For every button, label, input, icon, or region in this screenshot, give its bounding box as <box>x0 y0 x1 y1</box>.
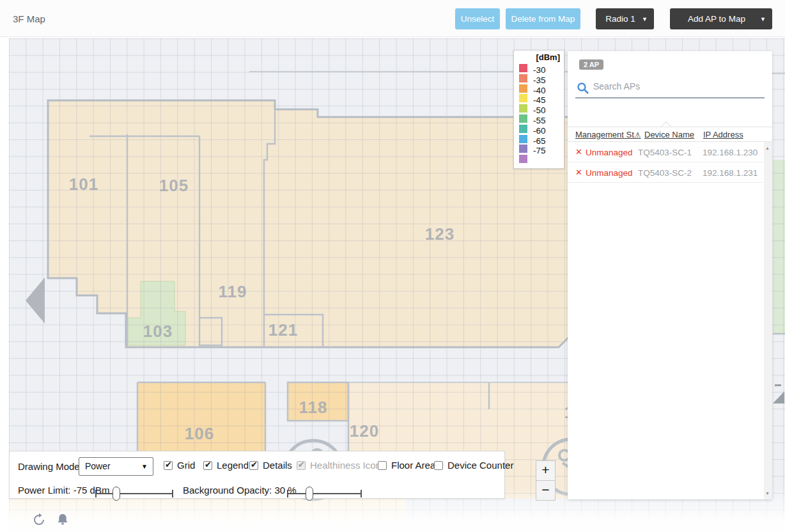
zoom-out-button[interactable]: − <box>536 480 556 501</box>
map-pan-left-arrow[interactable] <box>26 278 45 324</box>
delete-from-map-button[interactable]: Delete from Map <box>506 8 580 29</box>
legend-title: [dBm] <box>519 52 560 62</box>
panel-scrollbar[interactable]: ▲ ▼ <box>764 142 772 499</box>
unselect-button[interactable]: Unselect <box>455 8 500 29</box>
slider-end-tick <box>95 490 97 497</box>
legend-row: -35 <box>519 74 560 84</box>
legend-swatch <box>519 64 527 72</box>
checkbox-label: Grid <box>177 460 195 471</box>
chevron-down-icon: ▼ <box>642 16 648 22</box>
checkbox-label: Device Counter <box>447 460 513 471</box>
ap-table-row[interactable]: ✕ Unmanaged TQ5403-SC-2 192.168.1.231 <box>568 162 763 183</box>
legend-row: -45 <box>519 93 560 104</box>
slider-end-tick <box>361 490 362 497</box>
page-title: 3F Map <box>13 13 45 24</box>
sort-asc-icon: ∧ <box>635 130 640 137</box>
status-badge: Unmanaged <box>586 168 633 178</box>
checkbox-box <box>378 461 387 470</box>
ap-table-row[interactable]: ✕ Unmanaged TQ5403-SC-1 192.168.1.230 <box>568 142 763 162</box>
ap-table-header: Management St... ∧ Device Name IP Addres… <box>568 127 772 142</box>
footer-icons <box>0 510 128 532</box>
column-ip-address[interactable]: IP Address <box>703 130 743 139</box>
legend-row: -65 <box>519 134 560 145</box>
add-ap-to-map-dropdown-button[interactable]: Add AP to Map ▼ <box>670 8 772 29</box>
legend-row <box>519 154 560 164</box>
bell-icon[interactable] <box>56 513 69 527</box>
background-opacity-slider[interactable] <box>287 490 362 497</box>
background-opacity-label: Background Opacity: 30 % <box>183 485 297 496</box>
slider-thumb[interactable] <box>306 487 313 501</box>
ap-count-badge: 2 AP <box>579 59 603 70</box>
legend-swatch <box>519 104 527 113</box>
scroll-up-icon[interactable]: ▲ <box>765 146 770 150</box>
ip-address-cell: 192.168.1.231 <box>703 168 758 178</box>
status-badge: Unmanaged <box>586 148 633 157</box>
power-limit-slider[interactable] <box>95 490 173 497</box>
top-toolbar: 3F Map Unselect Delete from Map Radio 1 … <box>0 0 785 37</box>
room-label: 119 <box>219 282 247 302</box>
legend-row: -55 <box>519 114 560 124</box>
room-label: 101 <box>69 175 98 194</box>
scroll-down-icon[interactable]: ▼ <box>765 491 770 496</box>
unmanaged-x-icon: ✕ <box>575 168 582 177</box>
chevron-down-icon: ▼ <box>760 16 766 22</box>
ap-list-panel: 2 AP Management St... ∧ Device Name IP A… <box>568 51 772 499</box>
checkbox-label: Healthiness Icon <box>310 460 381 471</box>
checkbox-label: Details <box>263 460 292 471</box>
legend-swatch <box>519 145 527 153</box>
map-zoom-controls: + − <box>536 460 556 501</box>
drawing-mode-select[interactable]: Power ▼ <box>79 457 153 476</box>
legend-row: -50 <box>519 104 560 114</box>
refresh-icon[interactable] <box>32 513 46 527</box>
device-name-cell: TQ5403-SC-1 <box>638 148 692 157</box>
drawing-controls-bar: Drawing Mode: Power ▼ Grid Legend Detail… <box>9 451 505 499</box>
legend-swatch <box>519 135 527 143</box>
checkbox-box <box>297 461 306 470</box>
map-pan-right-arrow[interactable] <box>773 384 784 403</box>
app-window: 101 105 123 119 103 121 118 106 120 12 3… <box>0 0 785 532</box>
legend-row: -60 <box>519 124 560 134</box>
legend-swatch <box>519 94 527 102</box>
slider-thumb[interactable] <box>113 487 120 501</box>
radio-dropdown-button[interactable]: Radio 1 ▼ <box>596 8 654 29</box>
room-label: 123 <box>425 224 455 244</box>
radio-dropdown-label: Radio 1 <box>605 14 635 24</box>
search-aps-input[interactable] <box>593 81 759 91</box>
unmanaged-x-icon: ✕ <box>575 147 582 157</box>
room-label: 121 <box>268 320 298 340</box>
room-label: 120 <box>350 421 379 441</box>
drawing-mode-value: Power <box>85 461 111 471</box>
room-label: 105 <box>159 176 189 196</box>
legend-swatch <box>519 155 527 163</box>
checkbox-box <box>203 461 212 470</box>
checkbox-label: Legend <box>217 460 249 471</box>
drawing-mode-label: Drawing Mode: <box>18 461 82 472</box>
chevron-down-icon: ▼ <box>141 463 148 470</box>
column-device-name[interactable]: Device Name <box>644 130 694 139</box>
slider-end-tick <box>172 490 173 497</box>
checkbox-label: Floor Area <box>391 460 435 471</box>
device-name-cell: TQ5403-SC-2 <box>638 168 692 178</box>
room-label: 103 <box>143 322 173 341</box>
legend-row: -75 <box>519 144 560 154</box>
room-label: 118 <box>299 398 328 418</box>
slider-end-tick <box>287 490 288 497</box>
legend-swatch <box>519 114 527 123</box>
legend-row: -40 <box>519 84 560 94</box>
slider-track <box>95 493 173 494</box>
legend-swatch <box>519 84 527 93</box>
zoom-in-button[interactable]: + <box>536 460 556 481</box>
ip-address-cell: 192.168.1.230 <box>703 148 758 157</box>
add-ap-dropdown-label: Add AP to Map <box>688 14 745 24</box>
search-icon <box>577 82 589 95</box>
legend-swatch <box>519 125 527 133</box>
ap-search-row <box>575 79 765 98</box>
slider-track <box>287 493 362 494</box>
checkbox-box <box>164 461 173 470</box>
checkbox-box <box>434 461 443 470</box>
column-management-status[interactable]: Management St... <box>575 130 641 139</box>
legend-swatch <box>519 74 527 82</box>
legend-row: -30 <box>519 63 560 74</box>
dbm-legend: [dBm] -30 -35 -40 -45 -50 -55 -60 -65 <box>513 50 564 169</box>
room-label: 106 <box>185 424 214 444</box>
